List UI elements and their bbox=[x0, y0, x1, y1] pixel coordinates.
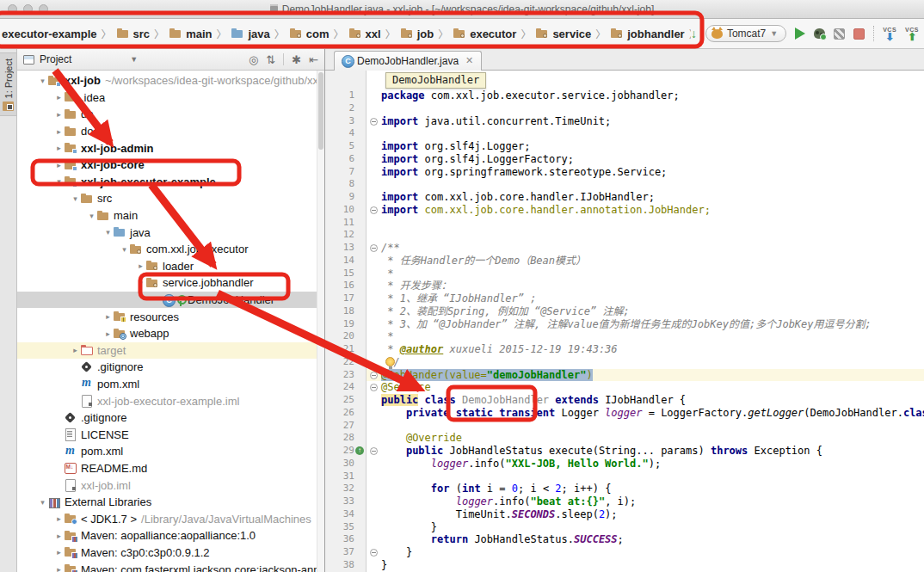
breadcrumb-item-com[interactable]: com bbox=[289, 27, 330, 40]
code-line-33[interactable]: logger.info("beat at:{}", i); bbox=[381, 495, 924, 508]
tree-row-pom-xml[interactable]: pom.xml bbox=[17, 443, 324, 460]
tree-row--gitignore[interactable]: .gitignore bbox=[17, 409, 324, 427]
chevron-down-icon[interactable]: ▼ bbox=[130, 55, 138, 64]
fold-marker[interactable] bbox=[370, 118, 378, 126]
tree-collapsed-icon[interactable]: ▸ bbox=[54, 93, 64, 101]
code-line-26[interactable]: private static transient Logger logger =… bbox=[381, 407, 924, 420]
tree-row-xxl-job[interactable]: ▾xxl-job ~/workspaces/idea-git-workspace… bbox=[17, 72, 324, 89]
code-line-30[interactable]: logger.info("XXL-JOB, Hello World."); bbox=[381, 458, 924, 471]
code-line-15[interactable]: * bbox=[381, 268, 924, 280]
code-line-21[interactable]: * @author xuxueli 2015-12-19 19:43:36 bbox=[381, 343, 924, 356]
debug-button[interactable] bbox=[814, 28, 825, 39]
tree-row-resources[interactable]: ▸resources bbox=[17, 308, 324, 325]
tree-row-pom-xml[interactable]: pom.xml bbox=[17, 376, 324, 393]
tree-row--gitignore[interactable]: .gitignore bbox=[17, 359, 324, 376]
code-line-23[interactable]: @JobHander(value="demoJobHandler") bbox=[367, 369, 924, 382]
tree-row-java[interactable]: ▾java bbox=[17, 224, 324, 241]
fold-marker[interactable] bbox=[370, 372, 378, 379]
code-line-8[interactable] bbox=[381, 178, 924, 191]
code-line-1[interactable]: package com.xxl.job.executor.service.job… bbox=[381, 89, 924, 102]
tree-row-xxl-job-executor-example[interactable]: ▾xxl-job-executor-example bbox=[17, 174, 324, 191]
settings-icon[interactable]: ✱ bbox=[292, 53, 301, 66]
tree-row-src[interactable]: ▾src bbox=[17, 190, 324, 207]
run-configuration-select[interactable]: Tomcat7 ▼ bbox=[705, 25, 786, 42]
code-line-35[interactable]: } bbox=[381, 521, 924, 534]
code-line-12[interactable] bbox=[381, 229, 924, 242]
tree-row-xxl-job-iml[interactable]: xxl-job.iml bbox=[17, 477, 324, 494]
tree-expanded-icon[interactable]: ▾ bbox=[87, 212, 96, 220]
breadcrumb-item-executor[interactable]: executor bbox=[453, 27, 516, 40]
code-line-14[interactable]: * 任务Handler的一个Demo（Bean模式） bbox=[381, 255, 924, 268]
breadcrumb-item-service[interactable]: service bbox=[535, 27, 591, 40]
code-line-37[interactable]: } bbox=[381, 546, 924, 559]
code-area[interactable]: package com.xxl.job.executor.service.job… bbox=[367, 71, 924, 572]
code-line-34[interactable]: TimeUnit.SECONDS.sleep(2); bbox=[381, 508, 924, 521]
tree-row-maven-c3p0-c3p0-0-9-1-2[interactable]: ▸Maven: c3p0:c3p0:0.9.1.2 bbox=[17, 544, 324, 562]
tree-row-target[interactable]: ▸target bbox=[17, 342, 324, 360]
code-line-17[interactable]: * 1、继承 “IJobHandler” ; bbox=[381, 292, 924, 305]
code-line-4[interactable] bbox=[381, 127, 924, 140]
tree-row-loader[interactable]: ▸loader bbox=[17, 258, 324, 275]
tree-row-doc[interactable]: ▸doc bbox=[17, 123, 324, 140]
code-line-18[interactable]: * 2、装配到Spring, 例如加 “@Service” 注解; bbox=[381, 305, 924, 318]
code-line-3[interactable]: import java.util.concurrent.TimeUnit; bbox=[381, 115, 924, 128]
tree-collapsed-icon[interactable]: ▸ bbox=[136, 261, 145, 270]
code-line-11[interactable] bbox=[381, 217, 924, 230]
run-button[interactable] bbox=[795, 28, 805, 40]
tree-row-com-xxl-job-executor[interactable]: ▾com.xxl.job.executor bbox=[17, 241, 324, 258]
tree-expanded-icon[interactable]: ▾ bbox=[38, 77, 47, 85]
code-line-24[interactable]: @Service bbox=[381, 381, 924, 394]
editor-tab-demojobhandler[interactable]: DemoJobHandler.java ✕ bbox=[334, 51, 482, 71]
tree-collapsed-icon[interactable]: ▸ bbox=[54, 110, 64, 119]
code-line-2[interactable] bbox=[381, 102, 924, 115]
breadcrumb-item-main[interactable]: main bbox=[169, 27, 212, 40]
tree-row--idea[interactable]: ▸.idea bbox=[17, 89, 324, 107]
stop-button[interactable] bbox=[853, 28, 865, 40]
vcs-commit-button[interactable]: VCS⬆ bbox=[905, 27, 919, 40]
tree-expanded-icon[interactable]: ▾ bbox=[38, 498, 47, 507]
tree-expanded-icon[interactable]: ▾ bbox=[120, 245, 129, 254]
code-line-38[interactable]: } bbox=[381, 559, 924, 572]
project-tool-window-tab[interactable]: 1: Project bbox=[0, 52, 16, 116]
tree-collapsed-icon[interactable]: ▸ bbox=[103, 329, 113, 338]
tree-row--jdk1-7-[interactable]: ▸< JDK1.7 > /Library/Java/JavaVirtualMac… bbox=[17, 510, 324, 527]
code-line-6[interactable]: import org.slf4j.LoggerFactory; bbox=[381, 153, 924, 166]
breadcrumb-item-java[interactable]: java bbox=[231, 27, 269, 40]
code-line-7[interactable]: import org.springframework.stereotype.Se… bbox=[381, 166, 924, 179]
breadcrumb-item-executor-example[interactable]: executor-example bbox=[2, 28, 97, 40]
code-line-25[interactable]: public class DemoJobHandler extends IJob… bbox=[381, 394, 924, 407]
code-line-22[interactable]: */ bbox=[381, 356, 924, 369]
breadcrumb-item-xxl[interactable]: xxl bbox=[348, 27, 381, 40]
tree-row-maven-aopalliance-aopalliance-1-0[interactable]: ▸Maven: aopalliance:aopalliance:1.0 bbox=[17, 527, 324, 544]
tree-row-external-libraries[interactable]: ▾External Libraries bbox=[17, 494, 324, 511]
tree-collapsed-icon[interactable]: ▸ bbox=[54, 548, 64, 557]
code-line-16[interactable]: * 开发步骤： bbox=[381, 280, 924, 292]
tree-expanded-icon[interactable]: ▾ bbox=[54, 177, 64, 186]
tree-collapsed-icon[interactable]: ▸ bbox=[103, 312, 113, 321]
code-line-19[interactable]: * 3、加 “@JobHander” 注解, 注解value值为新增任务生成的J… bbox=[381, 318, 924, 331]
tree-row-db[interactable]: ▸db bbox=[17, 106, 324, 123]
tree-scrollbar[interactable] bbox=[317, 71, 324, 572]
tree-collapsed-icon[interactable]: ▸ bbox=[54, 532, 64, 540]
tree-row-xxl-job-admin[interactable]: ▸xxl-job-admin bbox=[17, 139, 324, 157]
code-line-36[interactable]: return JobHandleStatus.SUCCESS; bbox=[381, 533, 924, 546]
close-tab-icon[interactable]: ✕ bbox=[465, 55, 473, 66]
code-line-29[interactable]: public JobHandleStatus execute(String...… bbox=[381, 445, 924, 458]
tree-row-license[interactable]: LICENSE bbox=[17, 426, 324, 443]
code-line-31[interactable] bbox=[381, 471, 924, 483]
code-line-28[interactable]: @Override bbox=[381, 432, 924, 445]
tree-row-webapp[interactable]: ▸webapp bbox=[17, 325, 324, 342]
code-line-20[interactable]: * bbox=[381, 330, 924, 343]
tree-collapsed-icon[interactable]: ▸ bbox=[54, 161, 64, 169]
coverage-button[interactable] bbox=[834, 28, 845, 40]
code-line-13[interactable]: /** bbox=[381, 242, 924, 255]
tree-expanded-icon[interactable]: ▾ bbox=[136, 279, 145, 287]
project-tree[interactable]: ▾xxl-job ~/workspaces/idea-git-workspace… bbox=[17, 71, 324, 572]
fold-marker[interactable] bbox=[370, 206, 378, 214]
tree-row-xxl-job-executor-example-iml[interactable]: xxl-job-executor-example.iml bbox=[17, 392, 324, 409]
update-available-icon[interactable]: ↓ bbox=[691, 27, 697, 40]
tree-collapsed-icon[interactable]: ▸ bbox=[54, 144, 64, 152]
tree-collapsed-icon[interactable]: ▸ bbox=[54, 127, 64, 136]
tree-expanded-icon[interactable]: ▾ bbox=[71, 194, 80, 203]
collapse-icon[interactable]: ⇅ bbox=[266, 53, 275, 66]
